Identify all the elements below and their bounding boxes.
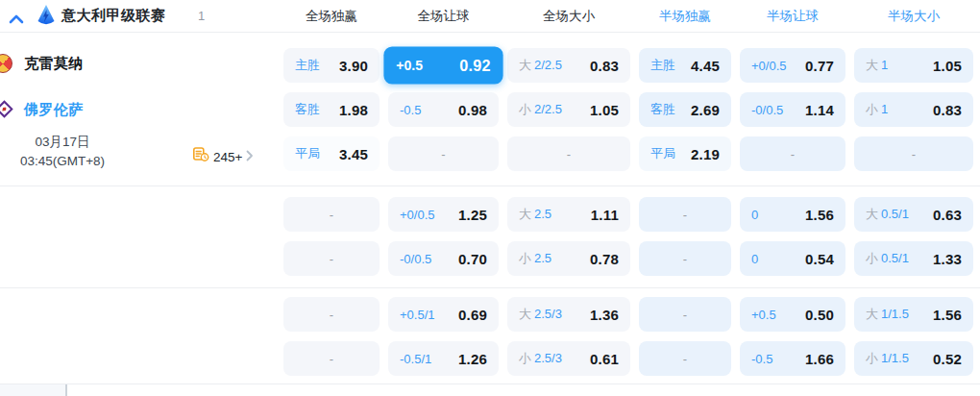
odds-label: 主胜 [650, 57, 675, 74]
over-under-prefix: 大 [519, 307, 531, 321]
odds-cell-empty: - [283, 341, 380, 376]
column-headers: 全场独赢 全场让球 全场大小 半场独赢 半场让球 半场大小 [283, 0, 973, 33]
odds-label: +0.5/1 [400, 308, 435, 322]
markets-count: 245+ [213, 150, 242, 164]
odds-cell-empty: - [283, 297, 380, 332]
league-logo-icon [37, 4, 56, 32]
odds-value: 2.19 [691, 146, 720, 162]
odds-value: 1.05 [933, 58, 962, 74]
col-header-half-handicap: 半场让球 [740, 8, 845, 25]
odds-label: 主胜 [295, 57, 320, 74]
odds-cell[interactable]: 01.56 [740, 197, 845, 232]
odds-label: 大0.5/1 [866, 206, 909, 223]
odds-label: +0.5 [751, 308, 776, 322]
odds-value: 1.56 [933, 307, 962, 323]
odds-value: 0.98 [458, 102, 487, 118]
odds-value: 1.11 [591, 207, 619, 223]
odds-cell-empty: - [283, 241, 380, 276]
odds-cell[interactable]: 小2.5/30.61 [507, 341, 630, 376]
odds-cell[interactable]: 小1/1.50.52 [854, 341, 973, 376]
odds-cell[interactable]: 主胜4.45 [639, 48, 731, 83]
odds-cell[interactable]: 平局2.19 [639, 136, 731, 171]
odds-cell[interactable]: 大11.05 [854, 48, 973, 83]
odds-label: 小2.5 [519, 250, 551, 267]
next-section-edge [0, 384, 980, 396]
col-header-half-overunder: 半场大小 [854, 8, 973, 25]
odds-value: 1.56 [805, 207, 834, 223]
away-team-badge-icon [0, 100, 13, 117]
odds-value: 0.78 [590, 251, 619, 267]
odds-label: 客胜 [295, 101, 320, 118]
odds-cell[interactable]: -0/0.50.70 [388, 241, 499, 276]
odds-label: 大2.5 [519, 206, 551, 223]
next-section-left-cell [0, 384, 67, 396]
over-under-prefix: 大 [519, 207, 531, 221]
odds-cell-empty: - [639, 341, 731, 376]
odds-cell[interactable]: +0/0.51.25 [388, 197, 499, 232]
odds-value: 1.36 [590, 307, 619, 323]
away-team-name[interactable]: 佛罗伦萨 [24, 101, 84, 119]
odds-value: 0.83 [590, 58, 619, 74]
odds-value: 4.45 [691, 58, 720, 74]
over-under-prefix: 大 [866, 58, 878, 72]
odds-value: 0.61 [590, 351, 619, 367]
odds-cell[interactable]: -0.51.66 [740, 341, 845, 376]
odds-cell[interactable]: 小2/2.51.05 [507, 92, 630, 127]
odds-label: -0/0.5 [751, 103, 783, 117]
odds-cell[interactable]: 00.54 [740, 241, 845, 276]
odds-cell[interactable]: 小2.50.78 [507, 241, 630, 276]
col-header-full-handicap: 全场让球 [388, 8, 499, 25]
col-header-half-1x2: 半场独赢 [639, 8, 731, 25]
more-markets-link[interactable]: 245+ [193, 147, 254, 166]
odds-value: 1.66 [805, 351, 834, 367]
league-name: 意大利甲级联赛 [61, 7, 166, 25]
over-under-prefix: 小 [866, 251, 878, 265]
odds-label: -0/0.5 [400, 252, 431, 266]
over-under-prefix: 小 [519, 251, 531, 265]
odds-label: 小1 [866, 101, 888, 118]
league-match-count: 1 [198, 9, 205, 23]
chevron-up-icon[interactable] [9, 11, 24, 28]
odds-cell-empty: - [639, 197, 731, 232]
col-header-full-1x2: 全场独赢 [283, 8, 380, 25]
odds-cell[interactable]: +0/0.50.77 [740, 48, 845, 83]
odds-cell[interactable]: 大2.51.11 [507, 197, 630, 232]
odds-cell[interactable]: +0.5/10.69 [388, 297, 499, 332]
chevron-right-icon [246, 148, 254, 165]
odds-groups: 主胜3.90+0.50.92大2/2.50.83主胜4.45+0/0.50.77… [0, 33, 980, 384]
odds-cell[interactable]: 小0.5/11.33 [854, 241, 973, 276]
odds-cell[interactable]: -0.5/11.26 [388, 341, 499, 376]
odds-cell[interactable]: 大2/2.50.83 [507, 48, 630, 83]
odds-label: +0/0.5 [400, 208, 435, 222]
odds-value: 0.52 [933, 351, 962, 367]
odds-label: 大2/2.5 [519, 57, 562, 74]
odds-cell[interactable]: +0.50.92 [383, 47, 502, 85]
odds-label: 平局 [295, 145, 320, 162]
odds-cell-empty: - [283, 197, 380, 232]
odds-label: 0 [751, 252, 758, 266]
odds-group-alt-2: -+0.5/10.69大2.5/31.36-+0.50.50大1/1.51.56… [0, 288, 980, 384]
league-header: 意大利甲级联赛 1 全场独赢 全场让球 全场大小 半场独赢 半场让球 半场大小 [0, 0, 980, 33]
coins-icon [193, 147, 209, 166]
odds-cell[interactable]: 客胜1.98 [283, 92, 380, 127]
odds-label: -0.5 [751, 352, 772, 366]
odds-cell[interactable]: 小10.83 [854, 92, 973, 127]
over-under-prefix: 小 [866, 351, 878, 365]
odds-label: 大2.5/3 [519, 306, 562, 323]
odds-cell[interactable]: +0.50.50 [740, 297, 845, 332]
odds-label: 0 [751, 208, 758, 222]
odds-cell[interactable]: 大1/1.51.56 [854, 297, 973, 332]
home-team-badge-icon [0, 54, 12, 73]
home-team-name[interactable]: 克雷莫纳 [24, 55, 84, 73]
odds-cell[interactable]: 主胜3.90 [283, 48, 380, 83]
odds-label: +0.5 [396, 58, 423, 73]
odds-value: 1.14 [805, 102, 834, 118]
odds-cell[interactable]: -0/0.51.14 [740, 92, 845, 127]
over-under-prefix: 大 [519, 58, 531, 72]
odds-cell[interactable]: 大2.5/31.36 [507, 297, 630, 332]
odds-cell[interactable]: 大0.5/10.63 [854, 197, 973, 232]
odds-cell[interactable]: -0.50.98 [388, 92, 499, 127]
odds-value: 3.45 [339, 146, 368, 162]
odds-cell[interactable]: 平局3.45 [283, 136, 380, 171]
odds-cell[interactable]: 客胜2.69 [639, 92, 731, 127]
